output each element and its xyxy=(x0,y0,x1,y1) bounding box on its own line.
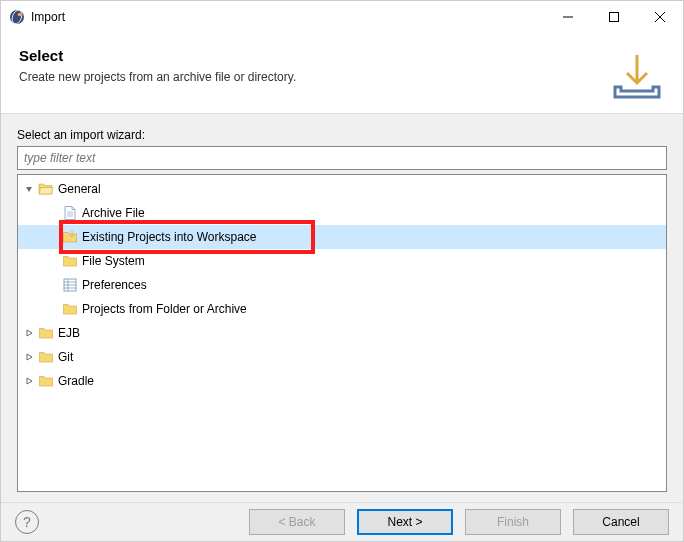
tree-item-label: Existing Projects into Workspace xyxy=(82,230,257,244)
wizard-header: Select Create new projects from an archi… xyxy=(1,33,683,114)
window-title: Import xyxy=(31,10,65,24)
tree-item[interactable]: Existing Projects into Workspace xyxy=(18,225,666,249)
filter-input[interactable] xyxy=(17,146,667,170)
minimize-button[interactable] xyxy=(545,1,591,33)
maximize-button[interactable] xyxy=(591,1,637,33)
page-title: Select xyxy=(19,47,599,64)
tree-item-label: Gradle xyxy=(58,374,94,388)
expand-icon-closed[interactable] xyxy=(22,326,36,340)
next-button[interactable]: Next > xyxy=(357,509,453,535)
wizard-select-label: Select an import wizard: xyxy=(17,128,667,142)
tree-item-label: Archive File xyxy=(82,206,145,220)
tree-item-label: Preferences xyxy=(82,278,147,292)
tree-category[interactable]: Git xyxy=(18,345,666,369)
tree-item[interactable]: Archive File xyxy=(18,201,666,225)
tree-container: GeneralArchive FileExisting Projects int… xyxy=(17,174,667,492)
tree-category[interactable]: EJB xyxy=(18,321,666,345)
tree-item[interactable]: Projects from Folder or Archive xyxy=(18,297,666,321)
help-button[interactable]: ? xyxy=(15,510,39,534)
expand-icon-open[interactable] xyxy=(22,182,36,196)
content-area: Select an import wizard: GeneralArchive … xyxy=(1,114,683,502)
app-icon xyxy=(9,9,25,25)
expand-icon-closed[interactable] xyxy=(22,374,36,388)
tree-item[interactable]: Preferences xyxy=(18,273,666,297)
import-banner-icon xyxy=(609,47,665,103)
tree-item-label: File System xyxy=(82,254,145,268)
tree-category[interactable]: Gradle xyxy=(18,369,666,393)
page-subtitle: Create new projects from an archive file… xyxy=(19,70,599,84)
cancel-button[interactable]: Cancel xyxy=(573,509,669,535)
tree-category[interactable]: General xyxy=(18,177,666,201)
tree-item[interactable]: File System xyxy=(18,249,666,273)
tree-item-label: General xyxy=(58,182,101,196)
tree-item-label: EJB xyxy=(58,326,80,340)
finish-button[interactable]: Finish xyxy=(465,509,561,535)
tree-item-label: Projects from Folder or Archive xyxy=(82,302,247,316)
close-button[interactable] xyxy=(637,1,683,33)
back-button[interactable]: < Back xyxy=(249,509,345,535)
expand-icon-closed[interactable] xyxy=(22,350,36,364)
titlebar: Import xyxy=(1,1,683,33)
svg-rect-4 xyxy=(610,13,619,22)
button-bar: ? < Back Next > Finish Cancel xyxy=(1,502,683,541)
tree-item-label: Git xyxy=(58,350,73,364)
svg-point-2 xyxy=(18,13,22,17)
import-wizard-tree[interactable]: GeneralArchive FileExisting Projects int… xyxy=(18,175,666,491)
